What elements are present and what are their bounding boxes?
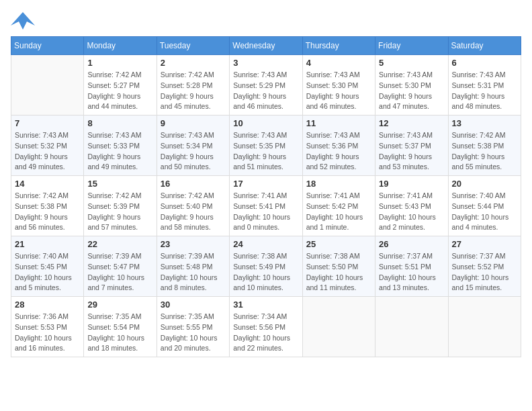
day-info: Sunrise: 7:43 AMSunset: 5:35 PMDaylight:… [233,130,298,173]
day-info: Sunrise: 7:41 AMSunset: 5:43 PMDaylight:… [379,191,444,233]
calendar-cell: 30Sunrise: 7:35 AMSunset: 5:55 PMDayligh… [157,297,229,357]
day-info: Sunrise: 7:40 AMSunset: 5:45 PMDaylight:… [15,251,80,293]
calendar-cell: 29Sunrise: 7:35 AMSunset: 5:54 PMDayligh… [84,297,157,357]
day-number: 14 [15,179,80,189]
day-number: 13 [452,118,517,128]
calendar-cell [11,55,84,116]
day-number: 17 [233,179,298,189]
day-number: 11 [306,118,371,128]
day-number: 28 [15,300,80,310]
day-info: Sunrise: 7:41 AMSunset: 5:42 PMDaylight:… [306,191,371,233]
day-info: Sunrise: 7:42 AMSunset: 5:38 PMDaylight:… [15,191,80,233]
calendar-cell: 28Sunrise: 7:36 AMSunset: 5:53 PMDayligh… [11,297,84,357]
calendar-cell: 8Sunrise: 7:43 AMSunset: 5:33 PMDaylight… [84,116,157,176]
day-number: 30 [161,300,226,310]
day-info: Sunrise: 7:42 AMSunset: 5:40 PMDaylight:… [161,191,226,233]
day-number: 2 [161,58,226,68]
calendar-cell: 9Sunrise: 7:43 AMSunset: 5:34 PMDaylight… [157,116,229,176]
day-info: Sunrise: 7:41 AMSunset: 5:41 PMDaylight:… [233,191,298,233]
day-of-week-header: Thursday [302,37,375,55]
calendar-cell: 10Sunrise: 7:43 AMSunset: 5:35 PMDayligh… [230,116,302,176]
calendar-cell: 15Sunrise: 7:42 AMSunset: 5:39 PMDayligh… [84,176,157,236]
day-number: 9 [161,118,226,128]
calendar-week-row: 21Sunrise: 7:40 AMSunset: 5:45 PMDayligh… [11,236,521,297]
day-number: 18 [306,179,371,189]
calendar-week-row: 14Sunrise: 7:42 AMSunset: 5:38 PMDayligh… [11,176,521,236]
calendar-cell: 31Sunrise: 7:34 AMSunset: 5:56 PMDayligh… [230,297,302,357]
day-info: Sunrise: 7:38 AMSunset: 5:49 PMDaylight:… [233,251,298,293]
day-info: Sunrise: 7:39 AMSunset: 5:48 PMDaylight:… [161,251,226,293]
day-number: 12 [379,118,444,128]
day-info: Sunrise: 7:42 AMSunset: 5:38 PMDaylight:… [452,130,517,173]
day-of-week-header: Monday [84,37,157,55]
day-info: Sunrise: 7:43 AMSunset: 5:30 PMDaylight:… [306,70,371,112]
day-number: 3 [233,58,298,68]
calendar-cell: 5Sunrise: 7:43 AMSunset: 5:30 PMDaylight… [375,55,448,116]
calendar-cell: 24Sunrise: 7:38 AMSunset: 5:49 PMDayligh… [230,236,302,297]
day-info: Sunrise: 7:43 AMSunset: 5:30 PMDaylight:… [379,70,444,112]
day-number: 16 [161,179,226,189]
page-header [11,11,521,31]
calendar-cell: 22Sunrise: 7:39 AMSunset: 5:47 PMDayligh… [84,236,157,297]
calendar-cell: 23Sunrise: 7:39 AMSunset: 5:48 PMDayligh… [157,236,229,297]
day-info: Sunrise: 7:43 AMSunset: 5:32 PMDaylight:… [15,130,80,173]
day-info: Sunrise: 7:36 AMSunset: 5:53 PMDaylight:… [15,312,80,354]
day-info: Sunrise: 7:42 AMSunset: 5:27 PMDaylight:… [87,70,152,112]
day-of-week-header: Sunday [11,37,84,55]
calendar-cell: 14Sunrise: 7:42 AMSunset: 5:38 PMDayligh… [11,176,84,236]
day-of-week-header: Tuesday [157,37,229,55]
calendar-cell: 25Sunrise: 7:38 AMSunset: 5:50 PMDayligh… [302,236,375,297]
calendar-cell: 3Sunrise: 7:43 AMSunset: 5:29 PMDaylight… [230,55,302,116]
day-info: Sunrise: 7:37 AMSunset: 5:51 PMDaylight:… [379,251,444,293]
day-number: 7 [15,118,80,128]
svg-marker-0 [11,12,35,30]
day-number: 24 [233,239,298,249]
day-info: Sunrise: 7:43 AMSunset: 5:34 PMDaylight:… [161,130,226,173]
day-info: Sunrise: 7:35 AMSunset: 5:55 PMDaylight:… [161,312,226,354]
day-info: Sunrise: 7:37 AMSunset: 5:52 PMDaylight:… [452,251,517,293]
day-number: 4 [306,58,371,68]
calendar-cell: 6Sunrise: 7:43 AMSunset: 5:31 PMDaylight… [448,55,521,116]
day-number: 22 [87,239,152,249]
day-info: Sunrise: 7:40 AMSunset: 5:44 PMDaylight:… [452,191,517,233]
calendar-cell: 7Sunrise: 7:43 AMSunset: 5:32 PMDaylight… [11,116,84,176]
day-number: 27 [452,239,517,249]
calendar-cell: 16Sunrise: 7:42 AMSunset: 5:40 PMDayligh… [157,176,229,236]
day-info: Sunrise: 7:43 AMSunset: 5:36 PMDaylight:… [306,130,371,173]
logo-icon [11,11,35,31]
day-of-week-header: Saturday [448,37,521,55]
day-info: Sunrise: 7:35 AMSunset: 5:54 PMDaylight:… [87,312,152,354]
day-number: 19 [379,179,444,189]
calendar-cell: 4Sunrise: 7:43 AMSunset: 5:30 PMDaylight… [302,55,375,116]
day-number: 1 [87,58,152,68]
calendar-cell: 19Sunrise: 7:41 AMSunset: 5:43 PMDayligh… [375,176,448,236]
calendar-cell: 21Sunrise: 7:40 AMSunset: 5:45 PMDayligh… [11,236,84,297]
day-number: 5 [379,58,444,68]
calendar-cell: 18Sunrise: 7:41 AMSunset: 5:42 PMDayligh… [302,176,375,236]
day-of-week-header: Wednesday [230,37,302,55]
day-info: Sunrise: 7:42 AMSunset: 5:39 PMDaylight:… [87,191,152,233]
calendar-cell: 2Sunrise: 7:42 AMSunset: 5:28 PMDaylight… [157,55,229,116]
day-number: 31 [233,300,298,310]
day-number: 26 [379,239,444,249]
day-info: Sunrise: 7:43 AMSunset: 5:33 PMDaylight:… [87,130,152,173]
calendar-week-row: 28Sunrise: 7:36 AMSunset: 5:53 PMDayligh… [11,297,521,357]
calendar-cell: 26Sunrise: 7:37 AMSunset: 5:51 PMDayligh… [375,236,448,297]
calendar: SundayMondayTuesdayWednesdayThursdayFrid… [11,36,521,357]
day-number: 29 [87,300,152,310]
day-info: Sunrise: 7:39 AMSunset: 5:47 PMDaylight:… [87,251,152,293]
calendar-header-row: SundayMondayTuesdayWednesdayThursdayFrid… [11,37,521,55]
day-number: 23 [161,239,226,249]
day-info: Sunrise: 7:38 AMSunset: 5:50 PMDaylight:… [306,251,371,293]
day-of-week-header: Friday [375,37,448,55]
logo [11,11,39,31]
calendar-cell: 11Sunrise: 7:43 AMSunset: 5:36 PMDayligh… [302,116,375,176]
calendar-cell: 27Sunrise: 7:37 AMSunset: 5:52 PMDayligh… [448,236,521,297]
day-number: 20 [452,179,517,189]
calendar-cell: 12Sunrise: 7:43 AMSunset: 5:37 PMDayligh… [375,116,448,176]
day-info: Sunrise: 7:34 AMSunset: 5:56 PMDaylight:… [233,312,298,354]
day-info: Sunrise: 7:43 AMSunset: 5:29 PMDaylight:… [233,70,298,112]
calendar-cell: 20Sunrise: 7:40 AMSunset: 5:44 PMDayligh… [448,176,521,236]
calendar-cell [302,297,375,357]
calendar-week-row: 7Sunrise: 7:43 AMSunset: 5:32 PMDaylight… [11,116,521,176]
